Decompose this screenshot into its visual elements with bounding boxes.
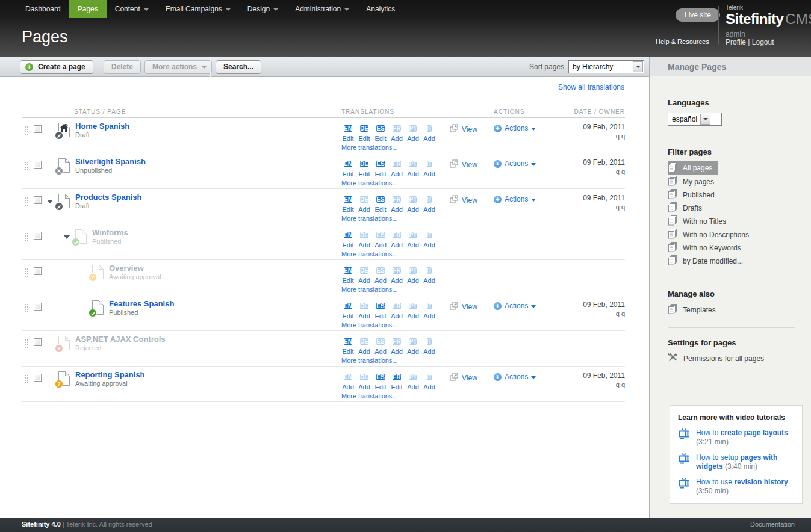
translation-add-link[interactable]: Add	[341, 383, 355, 391]
translation-add-link[interactable]: Add	[406, 241, 420, 249]
drag-handle[interactable]	[24, 232, 28, 241]
translation-badge-es[interactable]: ES	[376, 196, 384, 203]
more-translations-link[interactable]: More translations...	[341, 250, 398, 258]
show-all-translations-link[interactable]: Show all translations	[558, 83, 624, 91]
more-translations-link[interactable]: More translations...	[341, 357, 398, 364]
translation-badge-it[interactable]: IT	[427, 125, 432, 132]
row-checkbox[interactable]	[34, 338, 42, 346]
drag-handle[interactable]	[24, 374, 28, 383]
drag-handle[interactable]	[24, 339, 28, 348]
page-title-link[interactable]: Silverlight Spanish	[75, 157, 146, 166]
view-link[interactable]: View	[450, 124, 477, 134]
translation-badge-it[interactable]: IT	[427, 232, 432, 238]
translation-badge-es[interactable]: ES	[376, 267, 384, 274]
translation-add-link[interactable]: Add	[406, 277, 420, 284]
translation-add-link[interactable]: Add	[406, 383, 420, 391]
translation-add-link[interactable]: Add	[423, 206, 436, 213]
translation-edit-link[interactable]: Edit	[374, 312, 387, 320]
translation-edit-link[interactable]: Edit	[341, 170, 355, 178]
actions-button[interactable]: + Actions	[494, 302, 536, 310]
translation-badge-de[interactable]: DE	[360, 196, 368, 203]
nav-item-administration[interactable]: Administration	[287, 0, 358, 18]
view-link[interactable]: View	[450, 159, 477, 170]
translation-badge-pt[interactable]: PT	[409, 125, 417, 132]
translation-add-link[interactable]: Add	[358, 383, 371, 391]
translation-edit-link[interactable]: Edit	[341, 348, 355, 355]
translation-add-link[interactable]: Add	[390, 241, 403, 249]
row-checkbox[interactable]	[34, 374, 42, 382]
translation-add-link[interactable]: Add	[390, 348, 403, 355]
translation-badge-pt[interactable]: PT	[409, 161, 417, 167]
translation-edit-link[interactable]: Edit	[341, 135, 355, 142]
view-link[interactable]: View	[450, 195, 477, 205]
actions-button[interactable]: + Actions	[494, 124, 536, 132]
translation-badge-de[interactable]: DE	[360, 161, 368, 167]
nav-item-design[interactable]: Design	[239, 0, 287, 18]
language-select[interactable]: español	[668, 113, 722, 126]
translation-badge-fr[interactable]: FR	[393, 374, 400, 380]
translation-badge-pt[interactable]: PT	[409, 267, 417, 274]
translation-add-link[interactable]: Add	[390, 312, 403, 320]
translation-add-link[interactable]: Add	[423, 312, 436, 320]
translation-badge-it[interactable]: IT	[427, 338, 432, 345]
translation-badge-fr[interactable]: FR	[393, 232, 400, 238]
actions-button[interactable]: + Actions	[494, 373, 536, 381]
translation-edit-link[interactable]: Edit	[374, 170, 387, 178]
translation-badge-fr[interactable]: FR	[393, 196, 400, 203]
tutorial-link-create-page-layouts[interactable]: How to create page layouts	[696, 428, 788, 437]
more-translations-link[interactable]: More translations...	[341, 215, 398, 222]
drag-handle[interactable]	[24, 303, 28, 312]
logout-link[interactable]: Logout	[752, 38, 774, 46]
translation-badge-pt[interactable]: PT	[409, 338, 417, 345]
filter-item-with-no-descriptions[interactable]: With no Descriptions	[668, 228, 795, 241]
translation-add-link[interactable]: Add	[374, 241, 387, 249]
delete-button[interactable]: Delete	[104, 60, 141, 74]
collapse-arrow-icon[interactable]	[47, 200, 53, 203]
more-translations-link[interactable]: More translations...	[341, 179, 398, 187]
translation-badge-de[interactable]: DE	[360, 303, 368, 309]
translation-badge-en[interactable]: EN	[344, 338, 352, 345]
view-link[interactable]: View	[450, 373, 477, 383]
translation-add-link[interactable]: Add	[374, 348, 387, 355]
translation-badge-en[interactable]: EN	[344, 303, 352, 309]
translation-badge-fr[interactable]: FR	[393, 161, 400, 167]
translation-add-link[interactable]: Add	[423, 170, 436, 178]
translation-badge-en[interactable]: EN	[344, 267, 352, 274]
translation-badge-de[interactable]: DE	[360, 125, 368, 132]
documentation-link[interactable]: Documentation	[750, 521, 795, 528]
translation-badge-de[interactable]: DE	[360, 232, 368, 238]
translation-add-link[interactable]: Add	[423, 348, 436, 355]
translation-add-link[interactable]: Add	[358, 312, 371, 320]
translation-badge-es[interactable]: ES	[376, 303, 384, 309]
translation-edit-link[interactable]: Edit	[358, 170, 371, 178]
translation-badge-fr[interactable]: FR	[393, 125, 400, 132]
translation-add-link[interactable]: Add	[358, 241, 371, 249]
tutorial-link-revision-history[interactable]: How to use revision history	[696, 478, 788, 486]
translation-add-link[interactable]: Add	[390, 277, 403, 284]
filter-item-by-date-modified[interactable]: by Date modified...	[668, 255, 795, 268]
translation-badge-pt[interactable]: PT	[409, 374, 417, 380]
translation-add-link[interactable]: Add	[406, 170, 420, 178]
translation-badge-it[interactable]: IT	[427, 267, 432, 274]
translation-add-link[interactable]: Add	[423, 383, 436, 391]
page-title-link[interactable]: Home Spanish	[75, 122, 129, 131]
translation-add-link[interactable]: Add	[406, 348, 420, 355]
translation-badge-it[interactable]: IT	[427, 374, 432, 380]
translation-badge-pt[interactable]: PT	[409, 303, 417, 309]
translation-badge-en[interactable]: EN	[344, 125, 352, 132]
translation-add-link[interactable]: Add	[390, 135, 403, 142]
more-translations-link[interactable]: More translations...	[341, 392, 398, 400]
translation-badge-pt[interactable]: PT	[409, 196, 417, 203]
translation-add-link[interactable]: Add	[358, 206, 371, 213]
create-page-button[interactable]: + Create a page	[20, 60, 93, 74]
translation-badge-de[interactable]: DE	[360, 374, 368, 380]
translation-edit-link[interactable]: Edit	[341, 206, 355, 213]
translation-add-link[interactable]: Add	[406, 135, 420, 142]
translation-add-link[interactable]: Add	[374, 277, 387, 284]
translation-add-link[interactable]: Add	[423, 241, 436, 249]
translation-badge-fr[interactable]: FR	[393, 267, 400, 274]
filter-item-with-no-titles[interactable]: With no Titles	[668, 215, 795, 228]
translation-add-link[interactable]: Add	[406, 312, 420, 320]
drag-handle[interactable]	[24, 161, 28, 170]
translation-edit-link[interactable]: Edit	[358, 135, 371, 142]
